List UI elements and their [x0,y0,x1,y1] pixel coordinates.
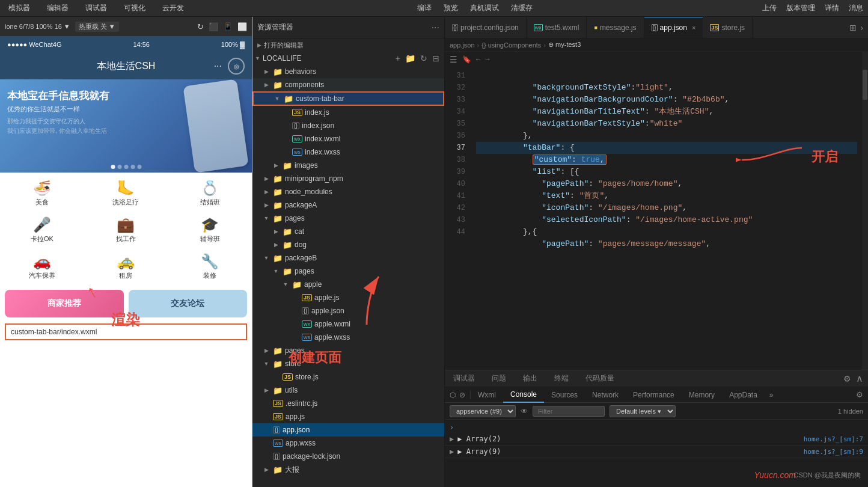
code-content[interactable]: "backgroundTextStyle":"light", "navigati… [471,52,862,370]
action-clear-cache[interactable]: 清缓存 [511,3,533,13]
tree-item-index-wxss[interactable]: ws index.wxss [252,145,444,159]
tree-item-custom-tab-bar[interactable]: ▼ 📁 custom-tab-bar [252,91,444,106]
inner-tab-console[interactable]: Console [503,387,544,403]
more-tabs-icon[interactable]: › [860,23,863,32]
debug-tab-quality[interactable]: 代码质量 [577,370,623,387]
more-tabs-btn[interactable]: » [765,387,778,403]
tree-item-dabao[interactable]: ▶ 📁 大报 [252,463,444,476]
tree-item-index-wxml[interactable]: wx index.wxml [252,132,444,145]
grid-item-food[interactable]: 🍜 美食 [0,175,84,212]
tree-item-cat[interactable]: ▶ 📁 cat [252,225,444,238]
new-folder-icon[interactable]: 📁 [405,54,415,63]
breadcrumb-item-3[interactable]: ⊕ my-test3 [548,41,581,49]
menu-item-simulator[interactable]: 模拟器 [5,2,34,14]
toggle-minimap-icon[interactable]: ☰ [450,55,457,65]
tree-item-app-js[interactable]: JS app.js [252,410,444,423]
tab-project-config[interactable]: {} project.config.json [445,17,527,38]
menu-item-editor[interactable]: 编辑器 [43,2,72,14]
refresh-icon[interactable]: ↻ [197,22,204,31]
nav-forward-icon[interactable]: → [485,55,489,64]
console-row-array9[interactable]: ▶ ▶ Array(9) home.js?_[sm]:9 [445,446,868,458]
tree-item-store[interactable]: ▼ 📁 store [252,357,444,370]
bookmark-icon[interactable]: 🔖 [462,55,471,64]
merchant-rec-btn[interactable]: 商家推荐 [5,290,124,317]
tree-item-components[interactable]: ▶ 📁 components [252,78,444,91]
debug-settings-icon[interactable]: ⚙ [843,374,851,384]
action-compile[interactable]: 编译 [417,3,432,13]
action-details[interactable]: 详情 [825,3,839,13]
collapse-all-icon[interactable]: ⊟ [432,54,439,63]
eye-icon[interactable]: 👁 [521,407,528,415]
inner-tab-sources[interactable]: Sources [544,387,585,403]
tree-item-apple-json[interactable]: {} apple.json [252,304,444,317]
action-version-mgr[interactable]: 版本管理 [786,3,815,13]
refresh-tree-icon[interactable]: ↻ [420,54,427,63]
nav-back-icon[interactable]: ← [476,55,480,64]
mini-scrollbar[interactable] [862,52,868,370]
inner-tab-performance[interactable]: Performance [626,387,682,403]
new-file-icon[interactable]: + [396,54,400,63]
tree-item-package-lock[interactable]: {} package-lock.json [252,450,444,463]
tree-item-packageA[interactable]: ▶ 📁 packageA [252,198,444,212]
inner-tab-appdata[interactable]: AppData [722,387,765,403]
breadcrumb-item-1[interactable]: app.json [450,41,475,49]
tree-item-node-modules[interactable]: ▶ 📁 node_modules [252,185,444,198]
debug-close-icon[interactable]: ∧ [856,373,863,384]
debug-inner-icons[interactable]: ⬡ ⊘ [445,391,471,399]
action-upload[interactable]: 上传 [762,3,777,13]
device-select[interactable]: appservice (#9) [450,405,516,417]
tree-item-apple[interactable]: ▼ 📁 apple [252,278,444,291]
tree-item-behaviors[interactable]: ▶ 📁 behaviors [252,65,444,78]
console-expand-1[interactable]: ▶ [450,435,454,443]
menu-item-debugger[interactable]: 调试器 [82,2,111,14]
tree-item-apple-wxss[interactable]: ws apple.wxss [252,331,444,344]
open-editors-section[interactable]: ▶ 打开的编辑器 [252,38,444,52]
grid-item-renovation[interactable]: 🔧 装修 [168,248,252,285]
tree-item-index-json[interactable]: {} index.json [252,119,444,132]
tree-item-utils[interactable]: ▶ 📁 utils [252,384,444,397]
tab-test5-wxml[interactable]: wx test5.wxml [527,17,587,38]
hot-reload-label[interactable]: 热重载 关 ▼ [75,22,119,32]
file-panel-more-icon[interactable]: ··· [432,22,439,33]
phone-icon[interactable]: 📱 [223,22,233,31]
debug-tab-output[interactable]: 输出 [515,370,546,387]
phone-nav-dots-icon[interactable]: ··· [214,61,222,72]
split-editor-icon[interactable]: ⊞ [849,23,857,32]
grid-item-spa[interactable]: 🦶 洗浴足疗 [84,175,168,212]
grid-item-rental[interactable]: 🚕 租房 [84,248,168,285]
tree-item-pages-2[interactable]: ▶ 📁 pages [252,344,444,357]
tree-item-apple-js[interactable]: JS apple.js [252,291,444,304]
menu-item-visualize[interactable]: 可视化 [120,2,149,14]
console-expand-2[interactable]: ▶ [450,447,454,456]
menu-item-cloud[interactable]: 云开发 [159,2,188,14]
tree-item-index-js[interactable]: JS index.js [252,106,444,119]
tablet-icon[interactable]: ⬜ [237,22,247,31]
social-forum-btn[interactable]: 交友论坛 [129,290,248,317]
action-messages[interactable]: 消息 [849,3,863,13]
debug-tab-debugger[interactable]: 调试器 [445,370,483,387]
grid-item-job[interactable]: 💼 找工作 [84,212,168,248]
stop-icon[interactable]: ⬛ [209,22,218,31]
console-row-array2[interactable]: ▶ ▶ Array(2) home.js?_[sm]:7 [445,433,868,446]
grid-item-wedding[interactable]: 💍 结婚班 [168,175,252,212]
inner-tab-network[interactable]: Network [585,387,626,403]
console-filter-input[interactable] [533,406,605,417]
locallife-section[interactable]: ▼ LOCALLIFE + 📁 ↻ ⊟ [252,52,444,65]
tree-item-dog[interactable]: ▶ 📁 dog [252,238,444,251]
tree-item-pages-pkgb[interactable]: ▼ 📁 pages [252,265,444,278]
device-label[interactable]: ione 6/7/8 100% 16 ▼ [5,23,70,30]
console-settings-icon[interactable]: ⚙ [856,390,863,399]
tree-item-app-json[interactable]: {} app.json [252,423,444,436]
tab-close-app-json[interactable]: × [692,24,695,31]
tree-item-pages-top[interactable]: ▼ 📁 pages [252,212,444,225]
breadcrumb-item-2[interactable]: {} usingComponents [481,41,541,49]
grid-item-karaoke[interactable]: 🎤 卡拉OK [0,212,84,248]
tree-item-apple-wxml[interactable]: wx apple.wxml [252,317,444,331]
tree-item-miniprogram-npm[interactable]: ▶ 📁 miniprogram_npm [252,172,444,185]
grid-item-tutor[interactable]: 🎓 辅导班 [168,212,252,248]
tab-message-js[interactable]: ■ message.js [587,17,644,38]
log-levels-select[interactable]: Default levels ▾ [610,405,676,417]
tree-item-eslintrc[interactable]: JS .eslintrc.js [252,397,444,410]
debug-tab-problems[interactable]: 问题 [483,370,515,387]
tree-item-packageB[interactable]: ▼ 📁 packageB [252,251,444,265]
